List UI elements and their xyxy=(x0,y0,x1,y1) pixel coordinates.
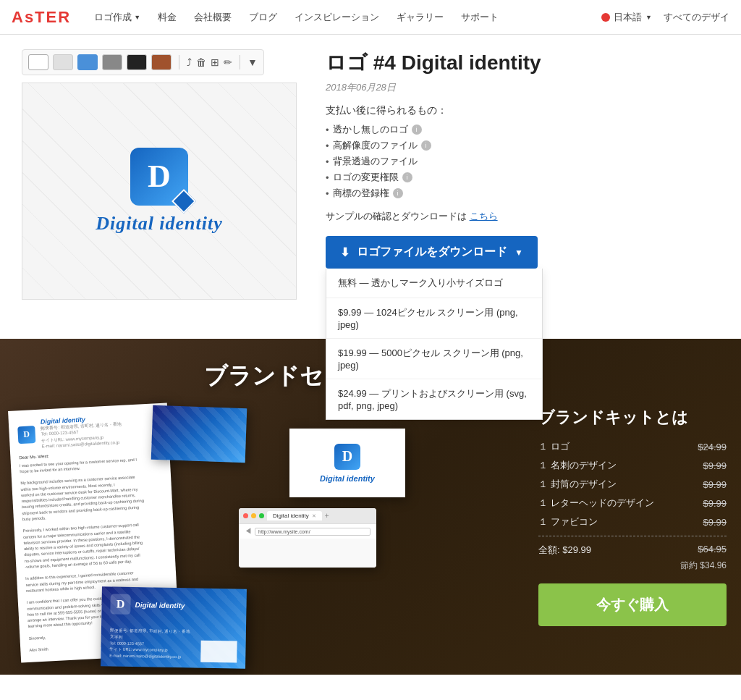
toolbar-separator xyxy=(179,55,179,69)
copy-icon[interactable]: ⊞ xyxy=(211,56,219,68)
preview-toolbar: ⤴ 🗑 ⊞ ✏ ▼ xyxy=(22,49,264,75)
dropdown-item-3[interactable]: $24.99 — プリントおよびスクリーン用 (svg, pdf, png, j… xyxy=(326,379,542,419)
browser-content xyxy=(239,539,376,568)
card-white-logo-icon: D xyxy=(334,444,360,470)
browser-tab-item: Digital identity ✕ xyxy=(267,511,322,520)
list-item: ロゴの変更権限 i xyxy=(326,171,719,184)
info-icon-3[interactable]: i xyxy=(402,172,412,182)
brand-content: D Digital identity 郵便番号: 都道府県, 市町村, 通り名・… xyxy=(0,407,741,675)
pricing-row-4: １ ファビコン $9.99 xyxy=(538,515,727,528)
pricing-title: ブランドキットとは xyxy=(538,407,727,429)
download-dropdown: 無料 — 透かしマーク入り小サイズロゴ $9.99 — 1024ピクセル スクリ… xyxy=(326,269,543,420)
edit-icon[interactable]: ✏ xyxy=(224,56,232,68)
mockup-card-bottom: D Digital identity 郵便番号: 都道府県, 市町村, 通り名・… xyxy=(101,586,247,668)
nav-inspiration[interactable]: インスピレーション xyxy=(286,11,388,24)
dropdown-item-1[interactable]: $9.99 — 1024ピクセル スクリーン用 (png, jpeg) xyxy=(326,298,542,339)
logo-date: 2018年06月28日 xyxy=(326,81,719,94)
mockup-browser: Digital identity ✕ + ◀ http://www.mysite… xyxy=(239,508,376,568)
browser-url-bar: ◀ http://www.mysite.com/ xyxy=(239,523,376,539)
card-white-brand-text: Digital identity xyxy=(320,474,375,483)
pricing-savings: 節約 $34.96 xyxy=(538,560,727,572)
logo-display: D Digital identity xyxy=(22,83,297,300)
letter-logo-icon: D xyxy=(17,426,35,444)
card-stripes xyxy=(151,405,247,463)
delete-icon[interactable]: 🗑 xyxy=(196,56,206,68)
download-button[interactable]: ⬇ ロゴファイルをダウンロード ▼ xyxy=(326,236,538,269)
logo-icon-box: D xyxy=(130,148,188,206)
info-icon-0[interactable]: i xyxy=(412,125,422,135)
nav-price[interactable]: 料金 xyxy=(149,11,185,24)
brand-logo[interactable]: AsTER xyxy=(12,8,71,27)
toolbar-light-bg[interactable] xyxy=(53,54,73,70)
list-item: 透かし無しのロゴ i xyxy=(326,123,719,136)
download-btn-arrow-icon: ▼ xyxy=(515,248,523,258)
info-panel: ロゴ #4 Digital identity 2018年06月28日 支払い後に… xyxy=(297,49,719,324)
sample-link-anchor[interactable]: こちら xyxy=(470,211,498,222)
lang-arrow-icon: ▼ xyxy=(645,14,652,21)
download-icon: ⬇ xyxy=(340,245,350,259)
toolbar-gray-bg[interactable] xyxy=(102,54,122,70)
lang-selector[interactable]: 日本語 ▼ xyxy=(601,11,652,24)
logo-brand-text: Digital identity xyxy=(96,213,223,235)
pricing-divider xyxy=(538,536,727,536)
logo-display-inner: D Digital identity xyxy=(96,148,223,235)
pricing-row-0: １ ロゴ $24.99 xyxy=(538,440,727,453)
nav-arrow-logo: ▼ xyxy=(134,14,140,21)
pricing-total-row: 全額: $29.99 $64.95 xyxy=(538,544,727,557)
logo-preview-panel: ⤴ 🗑 ⊞ ✏ ▼ D Digital identity xyxy=(22,49,297,324)
nav-blog[interactable]: ブログ xyxy=(240,11,286,24)
card-bottom-brand-text: Digital identity xyxy=(135,601,185,610)
includes-list: 透かし無しのロゴ i 高解像度のファイル i 背景透過のファイル ロゴの変更権限… xyxy=(326,123,719,200)
letter-address: 郵便番号: 都道府県, 市町村, 通り名・番地 Tel: 0000-123-45… xyxy=(41,421,123,450)
browser-dot-green xyxy=(259,513,264,518)
card-bottom-logo: D Digital identity xyxy=(110,594,237,616)
nav-right: 日本語 ▼ すべてのデザイ xyxy=(601,11,729,24)
dropdown-item-2[interactable]: $19.99 — 5000ピクセル スクリーン用 (png, jpeg) xyxy=(326,339,542,379)
browser-url-field[interactable]: http://www.mysite.com/ xyxy=(255,528,370,536)
download-container: ⬇ ロゴファイルをダウンロード ▼ 無料 — 透かしマーク入り小サイズロゴ $9… xyxy=(326,236,538,269)
card-bottom-logo-icon: D xyxy=(110,594,130,614)
nav-logo-create[interactable]: ロゴ作成 ▼ xyxy=(85,11,149,24)
buy-button[interactable]: 今すぐ購入 xyxy=(538,583,727,626)
browser-dot-yellow xyxy=(251,513,256,518)
info-icon-4[interactable]: i xyxy=(393,188,403,198)
pricing-row-1: １ 名刺のデザイン $9.99 xyxy=(538,459,727,472)
lang-dot-icon xyxy=(601,13,610,22)
logo-d-letter: D xyxy=(148,161,171,193)
toolbar-brown-bg[interactable] xyxy=(151,54,172,70)
list-item: 高解像度のファイル i xyxy=(326,139,719,152)
browser-close-icon[interactable]: ✕ xyxy=(312,513,316,519)
nav-gallery[interactable]: ギャラリー xyxy=(388,11,452,24)
share-icon[interactable]: ⤴ xyxy=(187,56,192,68)
letter-header: D Digital identity 郵便番号: 都道府県, 市町村, 通り名・… xyxy=(17,412,161,451)
toolbar-blue-bg[interactable] xyxy=(77,54,98,70)
list-item: 商標の登録権 i xyxy=(326,187,719,200)
nav-about[interactable]: 会社概要 xyxy=(185,11,240,24)
browser-new-tab-icon[interactable]: + xyxy=(325,512,329,520)
sample-link-text: サンプルの確認とダウンロードは こちら xyxy=(326,210,719,223)
mockup-card-blue xyxy=(151,405,247,463)
brand-mockups: D Digital identity 郵便番号: 都道府県, 市町村, 通り名・… xyxy=(14,407,524,653)
more-icon[interactable]: ▼ xyxy=(247,56,258,68)
mockup-card-white: D Digital identity xyxy=(289,429,405,497)
main-area: ⤴ 🗑 ⊞ ✏ ▼ D Digital identity ロゴ #4 Digit… xyxy=(0,35,741,339)
pricing-row-2: １ 封筒のデザイン $9.99 xyxy=(538,478,727,491)
includes-title: 支払い後に得られるもの： xyxy=(326,104,719,117)
list-item: 背景透過のファイル xyxy=(326,155,719,168)
logo-diamond xyxy=(172,189,196,214)
dropdown-item-0[interactable]: 無料 — 透かしマーク入り小サイズロゴ xyxy=(326,269,542,298)
toolbar-separator2 xyxy=(240,55,240,69)
nav-support[interactable]: サポート xyxy=(452,11,507,24)
info-icon-1[interactable]: i xyxy=(421,140,431,151)
logo-title: ロゴ #4 Digital identity xyxy=(326,49,719,77)
brand-pricing-panel: ブランドキットとは １ ロゴ $24.99 １ 名刺のデザイン $9.99 １ … xyxy=(538,407,727,626)
browser-back-icon[interactable]: ◀ xyxy=(245,526,252,536)
toolbar-white-bg[interactable] xyxy=(28,54,48,70)
browser-tab-bar: Digital identity ✕ + xyxy=(239,508,376,523)
navbar: AsTER ロゴ作成 ▼ 料金 会社概要 ブログ インスピレーション ギャラリー… xyxy=(0,0,741,35)
pricing-row-3: １ レターヘッドのデザイン $9.99 xyxy=(538,497,727,510)
toolbar-dark-bg[interactable] xyxy=(127,54,147,70)
card-white-box xyxy=(200,641,237,663)
browser-dot-red xyxy=(243,513,248,518)
all-designs-link[interactable]: すべてのデザイ xyxy=(664,11,729,24)
